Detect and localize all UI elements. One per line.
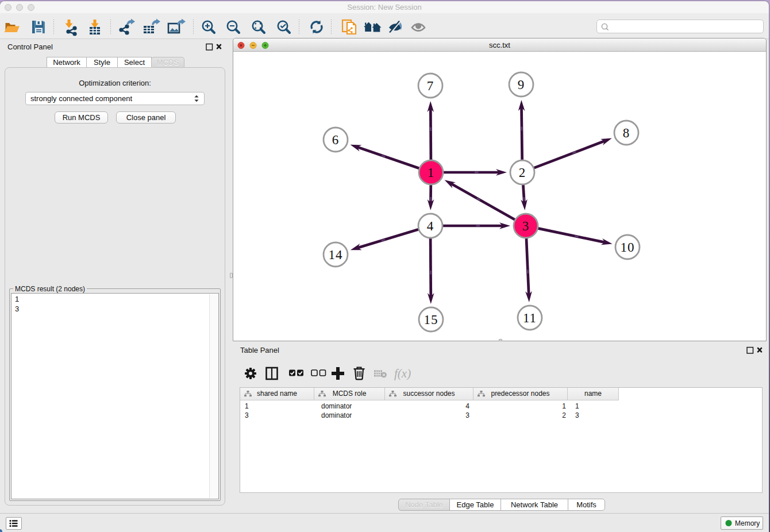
svg-text:2: 2 [519,165,526,180]
svg-text:6: 6 [332,133,340,147]
svg-text:Memory: Memory [735,519,760,527]
svg-text:7: 7 [427,79,434,93]
svg-text:f(x): f(x) [394,367,411,380]
svg-text:14: 14 [329,248,343,262]
svg-text:11: 11 [523,311,537,325]
svg-text:10: 10 [621,240,635,255]
svg-text:15: 15 [424,313,438,327]
svg-text:1: 1 [428,165,435,180]
svg-text:3: 3 [522,219,530,233]
svg-text:9: 9 [518,78,525,92]
svg-text:8: 8 [623,126,630,140]
svg-text:4: 4 [427,219,434,233]
